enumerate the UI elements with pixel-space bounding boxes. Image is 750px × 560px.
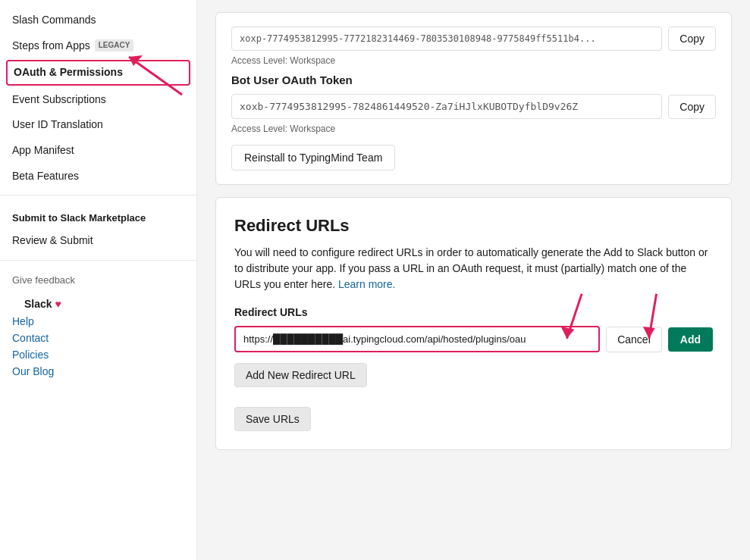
top-copy-button[interactable]: Copy bbox=[668, 27, 716, 51]
main-content: Copy Access Level: Workspace Bot User OA… bbox=[197, 0, 750, 560]
sidebar-item-review-submit[interactable]: Review & Submit bbox=[0, 228, 196, 254]
footer-link-help[interactable]: Help bbox=[12, 313, 184, 330]
reinstall-button[interactable]: Reinstall to TypingMind Team bbox=[231, 145, 395, 171]
footer-link-contact[interactable]: Contact bbox=[12, 330, 184, 346]
redirect-urls-label: Redirect URLs bbox=[234, 306, 713, 318]
bot-token-label: Bot User OAuth Token bbox=[231, 74, 716, 86]
redirect-description-text: You will need to configure redirect URLs… bbox=[234, 246, 708, 290]
sidebar-item-label: OAuth & Permissions bbox=[14, 65, 123, 80]
top-token-input[interactable] bbox=[231, 27, 662, 51]
slack-brand-label: Slack bbox=[24, 298, 52, 310]
submit-section-title: Submit to Slack Marketplace bbox=[0, 202, 196, 228]
sidebar: Slash Commands Steps from Apps LEGACY OA… bbox=[0, 0, 197, 560]
bot-token-input[interactable] bbox=[231, 94, 662, 119]
redirect-url-input[interactable] bbox=[234, 326, 600, 352]
sidebar-item-beta-features[interactable]: Beta Features bbox=[0, 164, 196, 189]
redirect-input-row: Cancel Add bbox=[234, 326, 713, 352]
redirect-description: You will need to configure redirect URLs… bbox=[234, 245, 713, 293]
redirect-urls-section: Redirect URLs You will need to configure… bbox=[215, 197, 732, 450]
sidebar-divider bbox=[0, 195, 196, 196]
sidebar-item-user-id-translation[interactable]: User ID Translation bbox=[0, 112, 196, 138]
bot-access-level: Access Level: Workspace bbox=[231, 124, 716, 134]
sidebar-item-slash-commands[interactable]: Slash Commands bbox=[0, 8, 196, 33]
sidebar-item-label: App Manifest bbox=[12, 143, 74, 158]
top-token-row: Copy bbox=[231, 27, 716, 51]
slack-brand: Slack ♥ bbox=[12, 292, 184, 313]
save-urls-button[interactable]: Save URLs bbox=[234, 407, 311, 431]
sidebar-item-label: Event Subscriptions bbox=[12, 92, 106, 108]
sidebar-item-steps-from-apps[interactable]: Steps from Apps LEGACY bbox=[0, 33, 196, 59]
top-access-level: Access Level: Workspace bbox=[231, 55, 716, 66]
legacy-badge: LEGACY bbox=[95, 39, 134, 52]
footer-link-blog[interactable]: Our Blog bbox=[12, 363, 184, 380]
footer-link-policies[interactable]: Policies bbox=[12, 346, 184, 363]
sidebar-item-label: Review & Submit bbox=[12, 233, 93, 249]
top-token-section: Copy Access Level: Workspace Bot User OA… bbox=[215, 12, 732, 185]
sidebar-item-label: Slash Commands bbox=[12, 13, 96, 28]
heart-icon: ♥ bbox=[55, 298, 61, 310]
sidebar-item-label: User ID Translation bbox=[12, 117, 103, 133]
give-feedback-link[interactable]: Give feedback bbox=[12, 274, 184, 286]
sidebar-item-label: Steps from Apps bbox=[12, 39, 90, 54]
cancel-button[interactable]: Cancel bbox=[606, 327, 662, 352]
bot-copy-button[interactable]: Copy bbox=[668, 95, 716, 119]
sidebar-item-oauth-permissions[interactable]: OAuth & Permissions bbox=[6, 60, 190, 86]
sidebar-item-event-subscriptions[interactable]: Event Subscriptions bbox=[0, 87, 196, 113]
bot-token-row: Copy bbox=[231, 94, 716, 119]
redirect-section-title: Redirect URLs bbox=[234, 216, 713, 236]
add-new-redirect-button[interactable]: Add New Redirect URL bbox=[234, 363, 367, 387]
add-button[interactable]: Add bbox=[668, 327, 713, 352]
sidebar-item-app-manifest[interactable]: App Manifest bbox=[0, 138, 196, 164]
sidebar-footer: Give feedback Slack ♥ Help Contact Polic… bbox=[0, 267, 196, 387]
sidebar-item-label: Beta Features bbox=[12, 169, 79, 184]
sidebar-divider-2 bbox=[0, 260, 196, 261]
learn-more-link[interactable]: Learn more. bbox=[338, 278, 395, 290]
